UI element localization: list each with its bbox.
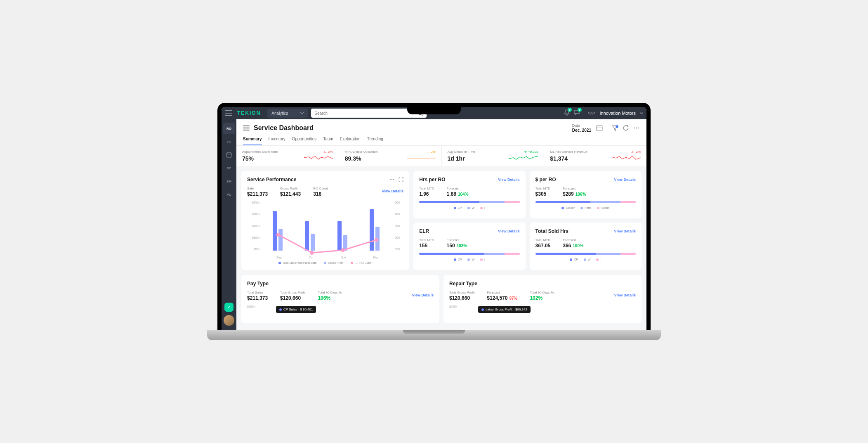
hamburger-icon[interactable] [225, 110, 232, 116]
chat-badge: 1 [578, 108, 582, 112]
tab-exploration[interactable]: Exploration [340, 137, 361, 145]
search-input[interactable] [314, 111, 417, 116]
sidebar: RO RI SC SM PC ✓ [222, 119, 236, 330]
sparkline [304, 154, 333, 162]
card-sold-hrs: Total Sold HrsView Details Total MTD367.… [530, 223, 642, 270]
kpi-label: ML Rec Service Revenue [550, 150, 641, 154]
card-title: ELR [419, 228, 429, 234]
svg-point-9 [616, 125, 618, 128]
kpi-label: MPI Advisor Utilization [345, 150, 436, 154]
filter-icon[interactable] [612, 125, 618, 131]
sparkline [509, 154, 538, 162]
view-details-link[interactable]: View Details [382, 189, 403, 193]
tab-team[interactable]: Team [323, 137, 333, 145]
svg-point-2 [588, 112, 595, 114]
content-area: Service Dashboard Date Dec, 2021 [236, 119, 646, 330]
kpi-mpi-utilization: MPI Advisor Utilization 89.3% — 0% [339, 146, 442, 166]
card-dollar-per-ro: $ per ROView Details Total MTD$305 Forec… [530, 171, 642, 218]
chat-button[interactable]: 1 [573, 109, 580, 117]
sparkline [612, 154, 641, 162]
expand-icon[interactable] [399, 177, 403, 182]
metric-label: Sale [247, 187, 268, 190]
kpi-checkin-time: Avg Check In Time 1d 1hr +0.32s [442, 146, 545, 166]
page-header: Service Dashboard Date Dec, 2021 [236, 119, 646, 145]
metric-value: $211,373 [247, 191, 268, 197]
sparkline [407, 154, 436, 162]
sidebar-item-ri[interactable]: RI [223, 136, 235, 147]
sidebar-item-ro[interactable]: RO [223, 123, 235, 134]
date-value: Dec, 2021 [572, 128, 591, 133]
kpi-delta: -2% [323, 150, 333, 154]
svg-rect-3 [226, 153, 231, 157]
view-details-link[interactable]: View Details [614, 178, 636, 182]
page-title: Service Dashboard [254, 124, 563, 132]
kpi-appointment-show: Appointment Show Rate 75% -2% [236, 146, 339, 166]
kpi-delta: -2% [631, 150, 641, 154]
brand-logo-icon [587, 111, 596, 115]
kpi-delta: +0.32s [524, 150, 538, 154]
more-icon[interactable] [389, 177, 394, 182]
chevron-down-icon [300, 112, 304, 114]
progress-bar [535, 201, 636, 203]
svg-point-15 [393, 179, 394, 180]
svg-point-14 [392, 179, 392, 180]
progress-bar [419, 201, 519, 203]
calendar-icon[interactable] [596, 125, 603, 131]
kpi-delta: — 0% [427, 150, 436, 154]
dealer-name: Innovation Motors [600, 111, 636, 116]
view-details-link[interactable]: View Details [498, 178, 519, 182]
card-title: Service Performance [247, 177, 296, 182]
card-title: Total Sold Hrs [535, 228, 568, 234]
x-axis: SepOctNovDec [263, 256, 392, 259]
metric-label: RO Count [313, 187, 328, 190]
view-details-link[interactable]: View Details [614, 293, 636, 297]
svg-rect-7 [597, 126, 602, 131]
calendar-icon [226, 152, 232, 158]
tab-trending[interactable]: Trending [367, 137, 383, 145]
metric-value: $121,443 [280, 191, 301, 197]
notifications-button[interactable]: 1 [564, 109, 570, 117]
tab-summary[interactable]: Summary [243, 137, 262, 145]
sidebar-item-pc[interactable]: PC [223, 189, 235, 200]
chart-legend: Total Labor and Parts Sale Gross Profit … [247, 261, 403, 264]
sidebar-item-sm[interactable]: SM [223, 175, 235, 187]
y-axis-right: 500400300200100 [393, 201, 403, 251]
date-picker[interactable]: Date Dec, 2021 [567, 123, 603, 133]
status-check-icon[interactable]: ✓ [224, 303, 234, 312]
arrow-down-icon [631, 150, 634, 154]
progress-bar [419, 253, 519, 255]
view-details-link[interactable]: View Details [412, 293, 434, 297]
avatar[interactable] [224, 315, 234, 326]
sidebar-item-sc[interactable]: SC [223, 162, 235, 174]
svg-point-10 [634, 128, 635, 129]
svg-point-17 [310, 251, 314, 255]
metric-value: 318 [313, 191, 328, 197]
tab-opportunities[interactable]: Opportunities [292, 137, 316, 145]
sidebar-item-calendar[interactable] [223, 149, 235, 161]
card-title: $ per RO [535, 177, 556, 182]
metric-label: Gross Profit [280, 187, 301, 190]
tab-inventory[interactable]: Inventory [269, 137, 285, 145]
card-repair-type: Repair Type Total Gross Profit$120,660 F… [443, 275, 642, 323]
arrow-up-icon [524, 150, 527, 154]
card-service-performance: Service Performance Sale$211,373 Gross P… [241, 171, 409, 270]
view-details-link[interactable]: View Details [614, 229, 636, 233]
refresh-icon[interactable] [623, 125, 629, 131]
service-perf-chart: $250k$200k$150k$100k$50k 500400300200100 [247, 201, 403, 259]
more-icon[interactable] [633, 125, 640, 131]
card-title: Pay Type [247, 281, 269, 287]
module-dropdown[interactable]: Analytics [267, 109, 308, 118]
page-hamburger-icon[interactable] [243, 126, 250, 130]
logo: TEKION [237, 110, 261, 116]
card-title: Hrs per RO [419, 177, 445, 182]
view-details-link[interactable]: View Details [498, 229, 519, 233]
legend: LabourPartsSublet [535, 206, 636, 209]
card-elr: ELRView Details Total MTD155 Forecast150… [413, 223, 525, 270]
kpi-ml-revenue: ML Rec Service Revenue $1,374 -2% [544, 146, 646, 166]
card-hrs-per-ro: Hrs per ROView Details Total MTD1.96 For… [413, 171, 525, 218]
legend: CPWI [419, 258, 519, 261]
kpi-label: Appointment Show Rate [242, 150, 333, 154]
repair-type-chart: $100k Labor Gross Profit - $96,342 [449, 305, 636, 317]
chart-tooltip: CP Sales - $ 95,401 [276, 306, 316, 313]
dealer-dropdown[interactable]: Innovation Motors [587, 111, 643, 116]
